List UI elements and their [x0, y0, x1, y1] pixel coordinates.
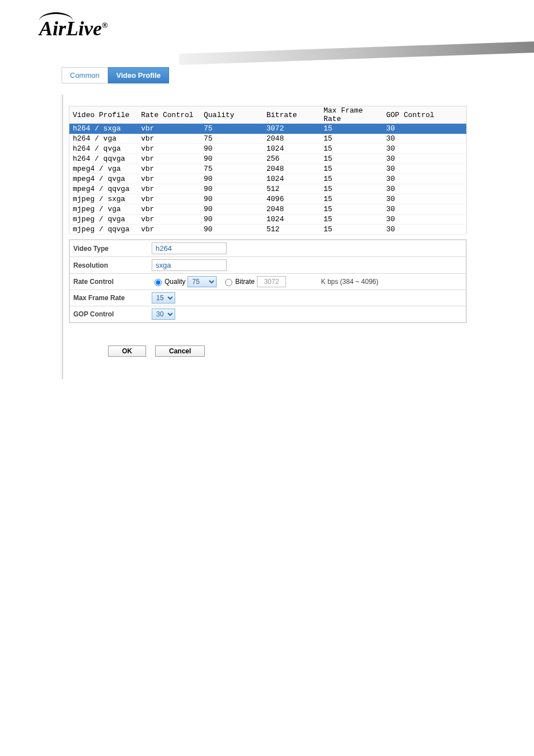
select-gop-control[interactable]: 30 — [152, 309, 175, 320]
table-row[interactable]: mjpeg / qqvgavbr905121530 — [69, 225, 467, 235]
table-cell: 256 — [263, 154, 320, 164]
table-cell: 30 — [383, 144, 467, 154]
value-resolution: sxga — [152, 259, 227, 271]
header-gradient — [179, 41, 534, 65]
th-rate-control: Rate Control — [138, 106, 200, 124]
table-row[interactable]: mjpeg / sxgavbr9040961530 — [69, 194, 467, 204]
table-cell: 90 — [200, 174, 263, 184]
table-cell: vbr — [138, 134, 200, 144]
table-cell: 30 — [383, 194, 467, 204]
table-cell: 15 — [320, 184, 383, 194]
row-video-type: Video Type h264 — [69, 240, 466, 257]
table-cell: 75 — [200, 164, 263, 174]
table-cell: 30 — [383, 174, 467, 184]
table-cell: 75 — [200, 124, 263, 134]
table-row[interactable]: h264 / sxgavbr7530721530 — [69, 124, 467, 134]
table-cell: mjpeg / sxga — [69, 194, 138, 204]
table-cell: 3072 — [263, 124, 320, 134]
table-cell: 90 — [200, 225, 263, 235]
table-cell: mpeg4 / qvga — [69, 174, 138, 184]
logo-registered: ® — [102, 21, 107, 30]
radio-bitrate[interactable] — [225, 279, 232, 286]
table-cell: 15 — [320, 214, 383, 225]
select-quality[interactable]: 75 — [188, 276, 217, 287]
th-bitrate: Bitrate — [263, 106, 320, 124]
table-cell: 2048 — [263, 164, 320, 174]
table-cell: 15 — [320, 134, 383, 144]
table-cell: 512 — [263, 184, 320, 194]
row-rate-control: Rate Control Quality 75 Bitrate K bps (3… — [69, 274, 466, 290]
label-gop-control: GOP Control — [73, 310, 152, 318]
brand-logo: AirLive® — [39, 17, 107, 40]
table-cell: 30 — [383, 214, 467, 225]
table-cell: 90 — [200, 214, 263, 225]
table-row[interactable]: mjpeg / qvgavbr9010241530 — [69, 214, 467, 225]
table-cell: vbr — [138, 194, 200, 204]
radio-quality[interactable] — [154, 279, 162, 286]
table-cell: vbr — [138, 214, 200, 225]
th-profile: Video Profile — [69, 106, 138, 124]
table-cell: 1024 — [263, 174, 320, 184]
th-quality: Quality — [200, 106, 263, 124]
table-cell: h264 / qvga — [69, 144, 138, 154]
table-row[interactable]: h264 / qqvgavbr902561530 — [69, 154, 467, 164]
table-cell: mjpeg / qqvga — [69, 225, 138, 235]
table-cell: mjpeg / vga — [69, 204, 138, 214]
table-cell: 15 — [320, 174, 383, 184]
table-cell: 15 — [320, 144, 383, 154]
table-cell: vbr — [138, 124, 200, 134]
table-row[interactable]: mjpeg / vgavbr9020481530 — [69, 204, 467, 214]
table-row[interactable]: h264 / vgavbr7520481530 — [69, 134, 467, 144]
th-max-frame-rate: Max Frame Rate — [320, 106, 383, 124]
table-row[interactable]: mpeg4 / vgavbr7520481530 — [69, 164, 467, 174]
table-row[interactable]: h264 / qvgavbr9010241530 — [69, 144, 467, 154]
table-cell: 15 — [320, 194, 383, 204]
table-row[interactable]: mpeg4 / qqvgavbr905121530 — [69, 184, 467, 194]
select-max-frame-rate[interactable]: 15 — [152, 292, 175, 304]
table-cell: 2048 — [263, 204, 320, 214]
logo-text: AirLive — [39, 17, 102, 40]
table-cell: 30 — [383, 204, 467, 214]
table-cell: vbr — [138, 154, 200, 164]
table-cell: 15 — [320, 204, 383, 214]
label-video-type: Video Type — [73, 245, 152, 253]
table-cell: 15 — [320, 154, 383, 164]
button-row: OK Cancel — [108, 346, 467, 357]
table-cell: 2048 — [263, 134, 320, 144]
table-cell: 75 — [200, 134, 263, 144]
table-cell: 30 — [383, 225, 467, 235]
table-cell: 30 — [383, 184, 467, 194]
table-cell: vbr — [138, 225, 200, 235]
panel-container: Video Profile Rate Control Quality Bitra… — [62, 95, 472, 379]
row-resolution: Resolution sxga — [69, 257, 466, 274]
input-bitrate[interactable] — [257, 276, 286, 287]
label-quality: Quality — [165, 278, 185, 286]
bitrate-hint: K bps (384 ~ 4096) — [321, 278, 378, 286]
table-cell: vbr — [138, 164, 200, 174]
cancel-button[interactable]: Cancel — [155, 346, 205, 357]
table-cell: h264 / sxga — [69, 124, 138, 134]
table-cell: h264 / vga — [69, 134, 138, 144]
table-cell: 15 — [320, 225, 383, 235]
tab-video-profile[interactable]: Video Profile — [108, 67, 169, 83]
table-cell: 30 — [383, 124, 467, 134]
video-profile-table[interactable]: Video Profile Rate Control Quality Bitra… — [69, 106, 467, 235]
table-cell: 4096 — [263, 194, 320, 204]
table-cell: 90 — [200, 154, 263, 164]
table-cell: mpeg4 / vga — [69, 164, 138, 174]
tab-common[interactable]: Common — [62, 67, 108, 83]
table-cell: mjpeg / qvga — [69, 214, 138, 225]
table-cell: vbr — [138, 184, 200, 194]
label-rate-control: Rate Control — [73, 278, 152, 286]
table-cell: 30 — [383, 164, 467, 174]
table-cell: 30 — [383, 154, 467, 164]
table-cell: h264 / qqvga — [69, 154, 138, 164]
table-row[interactable]: mpeg4 / qvgavbr9010241530 — [69, 174, 467, 184]
table-cell: vbr — [138, 174, 200, 184]
ok-button[interactable]: OK — [108, 346, 146, 357]
table-cell: 90 — [200, 184, 263, 194]
table-cell: 90 — [200, 204, 263, 214]
table-cell: 1024 — [263, 144, 320, 154]
label-bitrate: Bitrate — [235, 278, 255, 286]
label-resolution: Resolution — [73, 262, 152, 269]
